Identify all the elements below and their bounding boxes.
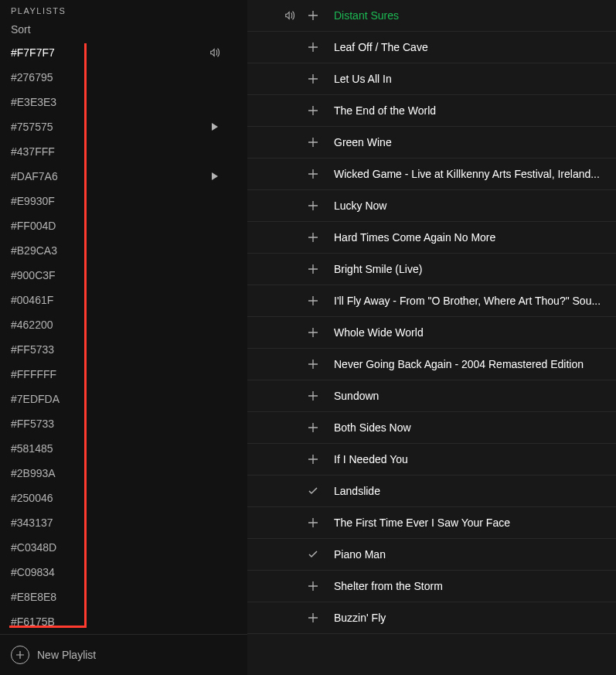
sidebar-item-playlist[interactable]: #FFFFFF (0, 362, 247, 387)
add-icon[interactable] (301, 10, 325, 21)
check-icon[interactable] (301, 486, 325, 496)
add-icon[interactable] (301, 200, 325, 211)
add-icon[interactable] (301, 327, 325, 338)
playlist-label: #7EDFDA (11, 393, 60, 405)
track-title: If I Needed You (325, 453, 608, 465)
track-title: Both Sides Now (325, 421, 608, 434)
track-row[interactable]: Bright Smile (Live) (247, 254, 616, 285)
add-icon[interactable] (301, 295, 325, 306)
add-icon[interactable] (301, 422, 325, 433)
track-row[interactable]: Distant Sures (247, 0, 616, 32)
sidebar-item-playlist[interactable]: #FF5733 (0, 337, 247, 362)
sidebar-item-playlist[interactable]: #250046 (0, 486, 247, 510)
add-icon[interactable] (301, 169, 325, 179)
add-icon[interactable] (301, 517, 325, 528)
playlist-label: #DAF7A6 (11, 170, 58, 182)
track-title: Landslide (325, 485, 608, 497)
sidebar-item-playlist[interactable]: #581485 (0, 436, 247, 461)
sidebar-item-playlist[interactable]: #F7F7F7 (0, 40, 247, 65)
track-title: Green Wine (325, 136, 608, 148)
track-title: Sundown (325, 390, 608, 402)
sidebar-item-playlist[interactable]: #462200 (0, 312, 247, 337)
sidebar-item-playlist[interactable]: #E9930F (0, 189, 247, 213)
sidebar: PLAYLISTS Sort #F7F7F7#276795#E3E3E3#757… (0, 0, 247, 675)
add-icon[interactable] (301, 264, 325, 274)
track-row[interactable]: Buzzin' Fly (247, 602, 616, 634)
track-list: Distant SuresLeaf Off / The CaveLet Us A… (247, 0, 616, 634)
playlist-label: #B29CA3 (11, 244, 57, 257)
add-icon[interactable] (301, 105, 325, 116)
track-row[interactable]: Sundown (247, 380, 616, 412)
track-row[interactable]: If I Needed You (247, 444, 616, 476)
check-icon[interactable] (301, 549, 325, 560)
track-title: Lucky Now (325, 199, 608, 212)
plus-circle-icon (11, 646, 29, 664)
sidebar-item-playlist[interactable]: #437FFF (0, 139, 247, 164)
playlist-label: #E9930F (11, 195, 55, 207)
playlist-label: #FF5733 (11, 418, 54, 430)
track-row[interactable]: Lucky Now (247, 190, 616, 222)
playlist-label: #F7F7F7 (11, 46, 55, 59)
add-icon[interactable] (301, 581, 325, 591)
add-icon[interactable] (301, 73, 325, 84)
sidebar-item-playlist[interactable]: #900C3F (0, 263, 247, 288)
track-row[interactable]: Both Sides Now (247, 412, 616, 444)
sort-button[interactable]: Sort (0, 19, 247, 40)
playlist-label: #FFFFFF (11, 368, 56, 380)
track-title: I'll Fly Away - From "O Brother, Where A… (325, 295, 608, 307)
track-row[interactable]: The End of the World (247, 95, 616, 127)
track-row[interactable]: Never Going Back Again - 2004 Remastered… (247, 349, 616, 380)
add-icon[interactable] (301, 359, 325, 370)
sidebar-item-playlist[interactable]: #757575 (0, 114, 247, 139)
sidebar-item-playlist[interactable]: #00461F (0, 288, 247, 312)
track-row[interactable]: Landslide (247, 476, 616, 507)
add-icon[interactable] (301, 137, 325, 148)
track-row[interactable]: Let Us All In (247, 63, 616, 95)
sidebar-item-playlist[interactable]: #DAF7A6 (0, 164, 247, 189)
main-panel: Distant SuresLeaf Off / The CaveLet Us A… (247, 0, 616, 675)
track-title: Never Going Back Again - 2004 Remastered… (325, 358, 608, 370)
track-row[interactable]: Hard Times Come Again No More (247, 222, 616, 254)
track-row[interactable]: Whole Wide World (247, 317, 616, 349)
sidebar-item-playlist[interactable]: #B29CA3 (0, 238, 247, 263)
sidebar-item-playlist[interactable]: #C09834 (0, 560, 247, 585)
add-icon[interactable] (301, 390, 325, 401)
sidebar-item-playlist[interactable]: #FF004D (0, 213, 247, 238)
sidebar-item-playlist[interactable]: #F6175B (0, 609, 247, 634)
sidebar-item-playlist[interactable]: #343137 (0, 510, 247, 535)
sidebar-item-playlist[interactable]: #2B993A (0, 461, 247, 486)
sidebar-item-playlist[interactable]: #E8E8E8 (0, 585, 247, 609)
track-row[interactable]: The First Time Ever I Saw Your Face (247, 507, 616, 539)
playlist-label: #F6175B (11, 615, 55, 628)
track-title: Hard Times Come Again No More (325, 231, 608, 244)
track-row[interactable]: I'll Fly Away - From "O Brother, Where A… (247, 285, 616, 317)
playlist-label: #C09834 (11, 566, 55, 578)
sidebar-item-playlist[interactable]: #276795 (0, 65, 247, 90)
add-icon[interactable] (301, 612, 325, 623)
playlist-label: #581485 (11, 442, 53, 455)
sidebar-item-playlist[interactable]: #C0348D (0, 535, 247, 560)
add-icon[interactable] (301, 454, 325, 465)
play-icon (209, 170, 221, 182)
track-title: The First Time Ever I Saw Your Face (325, 516, 608, 529)
playlist-label: #FF004D (11, 220, 56, 232)
new-playlist-button[interactable]: New Playlist (0, 634, 247, 675)
track-title: The End of the World (325, 104, 608, 117)
sidebar-item-playlist[interactable]: #7EDFDA (0, 387, 247, 411)
track-title: Wicked Game - Live at Killkenny Arts Fes… (325, 168, 608, 180)
sidebar-item-playlist[interactable]: #E3E3E3 (0, 90, 247, 114)
playlist-label: #250046 (11, 492, 53, 504)
track-row[interactable]: Leaf Off / The Cave (247, 32, 616, 63)
track-title: Let Us All In (325, 73, 608, 85)
track-row[interactable]: Green Wine (247, 127, 616, 159)
playlist-label: #276795 (11, 71, 53, 84)
playlist-label: #900C3F (11, 269, 56, 281)
sidebar-item-playlist[interactable]: #FF5733 (0, 411, 247, 436)
track-row[interactable]: Wicked Game - Live at Killkenny Arts Fes… (247, 159, 616, 190)
playlists-header: PLAYLISTS (0, 0, 247, 19)
add-icon[interactable] (301, 232, 325, 243)
track-title: Buzzin' Fly (325, 612, 608, 624)
add-icon[interactable] (301, 42, 325, 53)
track-row[interactable]: Shelter from the Storm (247, 571, 616, 602)
track-row[interactable]: Piano Man (247, 539, 616, 571)
